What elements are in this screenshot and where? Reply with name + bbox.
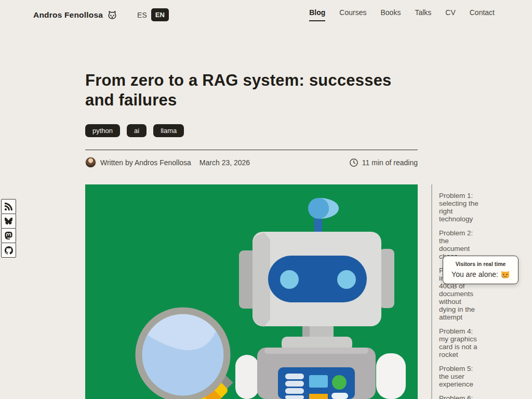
toc-item-problem-1[interactable]: Problem 1: selecting the right technolog… xyxy=(439,192,480,223)
article-header: From zero to a RAG system: successes and… xyxy=(85,71,418,168)
brand-home-link[interactable]: Andros Fenollosa xyxy=(33,10,117,20)
byline-divider xyxy=(85,150,418,150)
tag-list: python ai llama xyxy=(85,124,418,137)
cat-logo-icon xyxy=(107,10,117,20)
nav-cv[interactable]: CV xyxy=(445,8,455,21)
main-nav: Blog Courses Books Talks CV Contact xyxy=(309,8,495,21)
toc-item-problem-4[interactable]: Problem 4: my graphics card is not a roc… xyxy=(439,327,480,358)
visitors-tooltip-title: Visitors in real time xyxy=(448,261,513,267)
brand-name: Andros Fenollosa xyxy=(33,10,103,20)
toc-item-problem-5[interactable]: Problem 5: the user experience xyxy=(439,365,480,388)
mastodon-link[interactable] xyxy=(1,228,16,243)
bluesky-link[interactable] xyxy=(1,214,16,229)
nav-blog[interactable]: Blog xyxy=(309,8,325,21)
clock-icon xyxy=(349,158,358,167)
visitors-tooltip: Visitors in real time You are alone: xyxy=(443,256,518,284)
lang-en-button[interactable]: EN xyxy=(151,8,169,21)
nav-contact[interactable]: Contact xyxy=(470,8,495,21)
mastodon-icon xyxy=(5,232,12,240)
nav-books[interactable]: Books xyxy=(380,8,401,21)
robot-illustration xyxy=(85,184,418,399)
nav-talks[interactable]: Talks xyxy=(415,8,431,21)
reading-time-text: 11 min of reading xyxy=(362,158,418,167)
rss-icon xyxy=(5,203,12,210)
github-link[interactable] xyxy=(1,243,16,258)
tag-llama[interactable]: llama xyxy=(153,124,184,137)
header: Andros Fenollosa ES EN Blog Courses Book… xyxy=(0,0,532,21)
reading-time: 11 min of reading xyxy=(349,158,418,167)
byline: Written by Andros Fenollosa March 23, 20… xyxy=(85,157,418,168)
toc-item-problem-6[interactable]: Problem 6: xyxy=(439,394,480,399)
rss-link[interactable] xyxy=(1,199,16,214)
page-title: From zero to a RAG system: successes and… xyxy=(85,71,418,110)
social-sidebar xyxy=(1,199,16,258)
tag-python[interactable]: python xyxy=(85,124,120,137)
lang-es-button[interactable]: ES xyxy=(137,11,147,19)
author-avatar xyxy=(85,157,96,168)
hero-illustration xyxy=(85,184,418,399)
github-icon xyxy=(5,246,13,255)
nav-courses[interactable]: Courses xyxy=(339,8,366,21)
tag-ai[interactable]: ai xyxy=(127,124,147,137)
table-of-contents: Problem 1: selecting the right technolog… xyxy=(431,184,494,399)
crying-cat-emoji-icon xyxy=(501,271,510,278)
publish-date: March 23, 2026 xyxy=(200,158,250,167)
page: Andros Fenollosa ES EN Blog Courses Book… xyxy=(0,0,532,399)
visitors-tooltip-text: You are alone: xyxy=(451,270,498,278)
language-toggle: ES EN xyxy=(137,8,169,21)
bluesky-icon xyxy=(5,217,12,225)
written-by-text: Written by Andros Fenollosa xyxy=(100,158,191,167)
